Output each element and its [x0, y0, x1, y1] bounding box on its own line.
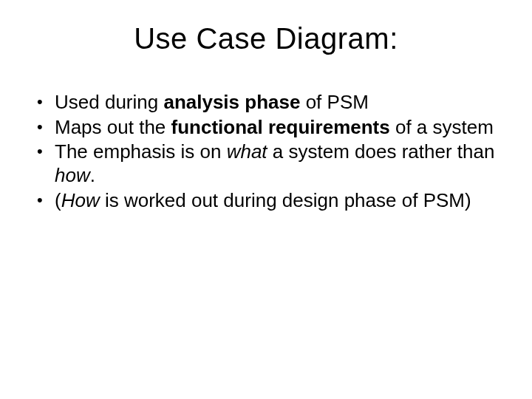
text: of a system: [390, 116, 494, 138]
text: Maps out the: [55, 116, 171, 138]
italic-text: what: [227, 140, 267, 163]
italic-text: How: [61, 189, 100, 211]
text: .: [90, 164, 95, 186]
bold-text: functional requirements: [171, 116, 390, 138]
text: is worked out during design phase of PSM…: [100, 189, 471, 211]
slide: Use Case Diagram: Used during analysis p…: [0, 0, 532, 399]
slide-title: Use Case Diagram:: [30, 22, 502, 55]
text: (: [55, 189, 61, 211]
list-item: Used during analysis phase of PSM: [34, 91, 502, 115]
list-item: Maps out the functional requirements of …: [34, 116, 502, 140]
text: of PSM: [300, 91, 368, 113]
bold-text: analysis phase: [163, 91, 300, 113]
italic-text: how: [55, 164, 90, 186]
text: Used during: [55, 91, 163, 113]
list-item: (How is worked out during design phase o…: [34, 189, 502, 213]
text: The emphasis is on: [55, 140, 227, 163]
list-item: The emphasis is on what a system does ra…: [34, 140, 502, 187]
text: a system does rather than: [267, 140, 495, 163]
bullet-list: Used during analysis phase of PSM Maps o…: [34, 91, 502, 213]
